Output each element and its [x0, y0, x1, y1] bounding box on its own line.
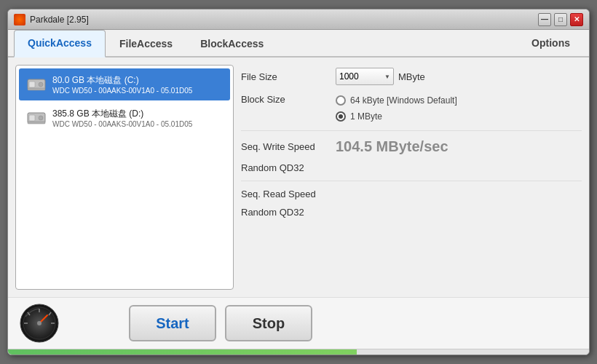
close-button[interactable]: ✕: [570, 13, 583, 26]
tab-bar: QuickAccess FileAccess BlockAccess Optio…: [8, 30, 589, 58]
tab-file-access[interactable]: FileAccess: [106, 30, 186, 56]
disk-d-name: 385.8 GB 本地磁盘 (D:): [52, 108, 192, 120]
main-window: Parkdale [2.95] — □ ✕ QuickAccess FileAc…: [7, 9, 590, 355]
bottom-bar: Start Stop: [8, 297, 589, 349]
block-size-label: Block Size: [241, 92, 328, 105]
radio-64k-label: 64 kByte [Windows Default]: [350, 95, 457, 106]
block-size-64k-row[interactable]: 64 kByte [Windows Default]: [336, 95, 457, 106]
speedometer-icon: [20, 304, 59, 343]
svg-rect-5: [29, 115, 35, 121]
file-size-select[interactable]: 1000 ▼: [336, 68, 394, 85]
disk-d-info: 385.8 GB 本地磁盘 (D:) WDC WD50 - 00AAKS-00V…: [52, 108, 192, 128]
separator-1: [241, 130, 582, 131]
action-buttons: Start Stop: [129, 305, 312, 341]
svg-rect-7: [28, 122, 45, 124]
disk-item-c[interactable]: 80.0 GB 本地磁盘 (C:) WDC WD50 - 00AAKS-00V1…: [19, 68, 230, 100]
file-size-unit: MByte: [398, 71, 425, 82]
disk-item-d[interactable]: 385.8 GB 本地磁盘 (D:) WDC WD50 - 00AAKS-00V…: [19, 102, 230, 134]
disk-d-icon: [26, 110, 47, 126]
svg-point-16: [37, 321, 41, 325]
seq-write-row: Seq. Write Speed 104.5 MByte/sec: [241, 137, 582, 157]
disk-d-model: WDC WD50 - 00AAKS-00V1A0 - 05.01D05: [52, 120, 192, 128]
window-title: Parkdale [2.95]: [30, 15, 538, 25]
seq-read-row: Seq. Read Speed: [241, 187, 582, 201]
app-icon: [14, 14, 25, 25]
right-panel: File Size 1000 ▼ MByte Block Size 64 kBy…: [241, 65, 582, 290]
disk-c-info: 80.0 GB 本地磁盘 (C:) WDC WD50 - 00AAKS-00V1…: [52, 74, 192, 95]
block-size-radio-group: 64 kByte [Windows Default] 1 MByte: [336, 92, 457, 124]
tab-quick-access[interactable]: QuickAccess: [14, 30, 106, 58]
block-size-1mb-row[interactable]: 1 MByte: [336, 111, 457, 122]
file-size-row: File Size 1000 ▼ MByte: [241, 65, 582, 88]
window-controls: — □ ✕: [538, 13, 583, 26]
file-size-controls: 1000 ▼ MByte: [336, 68, 425, 85]
svg-rect-1: [29, 82, 35, 87]
separator-2: [241, 181, 582, 181]
progress-bar-container: [8, 349, 589, 355]
options-button[interactable]: Options: [518, 30, 583, 56]
maximize-button[interactable]: □: [554, 13, 567, 26]
title-bar: Parkdale [2.95] — □ ✕: [8, 9, 589, 30]
random-qd32-write-row: Random QD32: [241, 161, 582, 175]
svg-rect-3: [28, 88, 45, 90]
stop-button[interactable]: Stop: [225, 305, 312, 341]
disk-c-model: WDC WD50 - 00AAKS-00V1A0 - 05.01D05: [52, 87, 192, 95]
disk-c-name: 80.0 GB 本地磁盘 (C:): [52, 74, 192, 87]
seq-write-value: 104.5 MByte/sec: [336, 138, 448, 155]
seq-write-label: Seq. Write Speed: [241, 141, 328, 152]
radio-1mb-label: 1 MByte: [350, 111, 382, 122]
radio-1mb[interactable]: [336, 111, 346, 122]
disk-list: 80.0 GB 本地磁盘 (C:) WDC WD50 - 00AAKS-00V1…: [15, 65, 234, 290]
progress-bar-fill: [8, 349, 357, 355]
file-size-label: File Size: [241, 71, 328, 82]
radio-64k[interactable]: [336, 95, 346, 106]
block-size-section: Block Size 64 kByte [Windows Default] 1 …: [241, 92, 582, 124]
start-button[interactable]: Start: [129, 305, 216, 341]
minimize-button[interactable]: —: [538, 13, 551, 26]
random-qd32-read-row: Random QD32: [241, 205, 582, 219]
tab-block-access[interactable]: BlockAccess: [186, 30, 277, 56]
random-qd32-write-label: Random QD32: [241, 162, 328, 173]
main-content: 80.0 GB 本地磁盘 (C:) WDC WD50 - 00AAKS-00V1…: [8, 58, 589, 297]
select-arrow-icon: ▼: [384, 74, 390, 80]
disk-c-icon: [26, 76, 47, 92]
svg-point-2: [39, 82, 43, 87]
svg-point-6: [39, 116, 43, 120]
seq-read-label: Seq. Read Speed: [241, 189, 328, 199]
random-qd32-read-label: Random QD32: [241, 207, 328, 218]
